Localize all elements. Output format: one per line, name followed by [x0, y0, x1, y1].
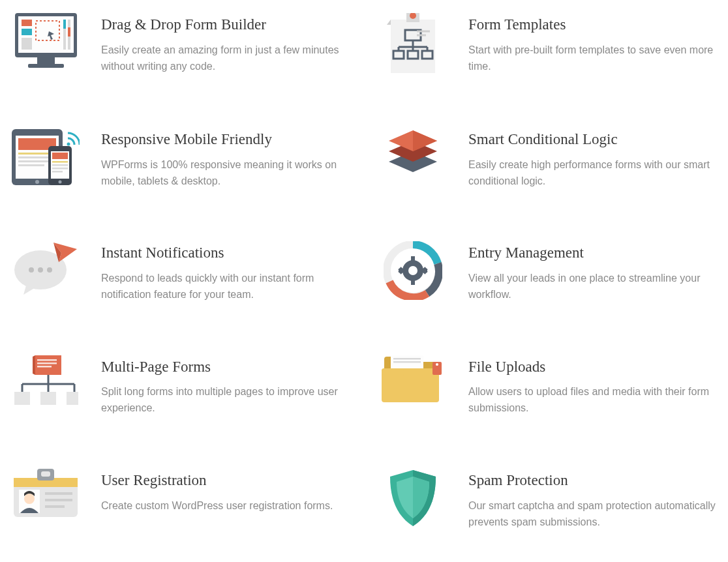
svg-point-88: [436, 363, 438, 366]
feature-responsive: Responsive Mobile Friendly WPForms is 10…: [10, 128, 351, 189]
feature-desc: Our smart captcha and spam protection au…: [468, 498, 718, 531]
svg-marker-15: [387, 20, 391, 25]
feature-desc: Create custom WordPress user registratio…: [101, 498, 351, 514]
svg-rect-96: [45, 499, 72, 501]
svg-rect-6: [22, 38, 32, 50]
svg-rect-4: [22, 20, 32, 26]
svg-point-52: [38, 267, 43, 273]
feature-user-registration: User Registration Create custom WordPres…: [10, 469, 351, 530]
chat-notify-icon: [10, 241, 82, 296]
svg-rect-97: [45, 505, 65, 508]
svg-point-53: [47, 267, 52, 273]
feature-desc: Respond to leads quickly with our instan…: [101, 271, 351, 303]
feature-desc: Start with pre-built form templates to s…: [468, 42, 718, 75]
svg-rect-44: [52, 168, 68, 170]
feature-title: File Uploads: [468, 358, 718, 377]
feature-desc: WPForms is 100% responsive meaning it wo…: [101, 157, 351, 190]
svg-marker-71: [33, 355, 35, 375]
feature-desc: Easily create high performance forms wit…: [468, 157, 718, 190]
svg-rect-2: [37, 57, 55, 64]
svg-rect-43: [52, 164, 68, 166]
svg-rect-70: [37, 366, 52, 368]
svg-point-58: [408, 266, 417, 275]
feature-title: Multi-Page Forms: [101, 358, 351, 377]
svg-rect-68: [37, 359, 57, 361]
feature-title: Smart Conditional Logic: [468, 130, 718, 149]
svg-rect-92: [41, 471, 50, 477]
donut-gear-icon: [377, 241, 449, 300]
svg-rect-59: [411, 256, 415, 261]
feature-form-templates: Form Templates Start with pre-built form…: [377, 13, 718, 76]
feature-drag-drop: Drag & Drop Form Builder Easily create a…: [10, 13, 351, 76]
svg-rect-60: [411, 280, 415, 285]
layers-icon: [377, 128, 449, 173]
feature-title: Spam Protection: [468, 471, 718, 490]
shield-icon: [377, 469, 449, 529]
features-grid: Drag & Drop Form Builder Easily create a…: [10, 13, 718, 530]
feature-desc: Easily create an amazing form in just a …: [101, 42, 351, 75]
feature-title: Drag & Drop Form Builder: [101, 16, 351, 35]
feature-desc: Split long forms into multiple pages to …: [101, 384, 351, 417]
svg-rect-69: [37, 362, 57, 364]
svg-rect-42: [52, 161, 68, 163]
svg-rect-5: [22, 29, 32, 35]
svg-rect-3: [28, 64, 64, 68]
svg-rect-77: [14, 392, 30, 405]
svg-rect-86: [382, 368, 404, 376]
feature-entry-management: Entry Management View all your leads in …: [377, 241, 718, 303]
monitor-builder-icon: [10, 13, 82, 69]
feature-notifications: Instant Notifications Respond to leads q…: [10, 241, 351, 303]
feature-title: Responsive Mobile Friendly: [101, 130, 351, 149]
svg-rect-41: [52, 153, 68, 159]
id-badge-icon: [10, 469, 82, 520]
svg-point-32: [35, 180, 39, 184]
feature-desc: Allow users to upload files and media wi…: [468, 384, 718, 417]
svg-rect-78: [40, 392, 56, 405]
feature-conditional-logic: Smart Conditional Logic Easily create hi…: [377, 128, 718, 189]
svg-rect-83: [393, 358, 421, 360]
svg-rect-84: [393, 361, 421, 363]
svg-point-51: [29, 267, 34, 273]
svg-rect-12: [68, 27, 70, 37]
sitemap-icon: [10, 355, 82, 409]
feature-title: User Registration: [101, 471, 351, 490]
svg-rect-37: [18, 164, 44, 166]
feature-desc: View all your leads in one place to stre…: [468, 271, 718, 303]
devices-icon: [10, 128, 82, 185]
feature-spam-protection: Spam Protection Our smart captcha and sp…: [377, 469, 718, 530]
svg-rect-79: [67, 392, 78, 405]
svg-point-29: [67, 143, 70, 146]
feature-title: Form Templates: [468, 16, 718, 35]
feature-title: Instant Notifications: [101, 244, 351, 263]
feature-multipage: Multi-Page Forms Split long forms into m…: [10, 355, 351, 417]
svg-rect-95: [45, 492, 72, 495]
svg-rect-45: [52, 171, 63, 173]
template-paper-icon: [377, 13, 449, 76]
svg-point-94: [24, 494, 35, 504]
svg-point-40: [59, 181, 62, 184]
svg-rect-11: [63, 20, 66, 29]
feature-title: Entry Management: [468, 244, 718, 263]
svg-rect-67: [35, 355, 61, 375]
folder-icon: [377, 355, 449, 406]
feature-file-uploads: File Uploads Allow users to upload files…: [377, 355, 718, 417]
